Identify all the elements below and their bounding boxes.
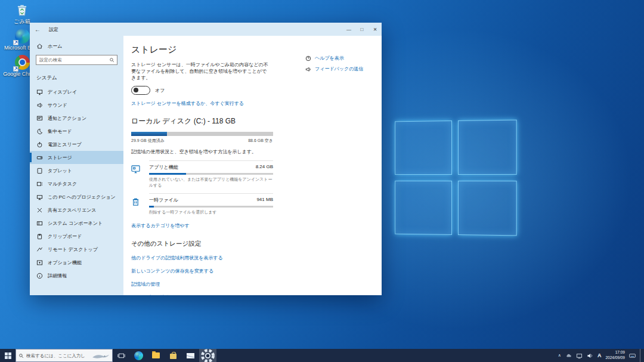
- settings-sidebar: ホーム システム ディスプレイ サウンド 通知とアクション 集中モード: [30, 36, 123, 295]
- category-bar: [149, 173, 273, 175]
- storage-sense-toggle[interactable]: [131, 86, 150, 95]
- sidebar-item-system-components[interactable]: システム コンポーネント: [30, 216, 123, 230]
- back-button[interactable]: ←: [35, 26, 45, 33]
- sidebar-item-about[interactable]: 詳細情報: [30, 269, 123, 282]
- send-feedback-link[interactable]: フィードバックの送信: [305, 66, 363, 72]
- search-icon: [18, 353, 24, 358]
- sidebar-item-storage[interactable]: ストレージ: [30, 151, 123, 164]
- disk-usage-bar: [131, 132, 273, 136]
- show-desktop-button[interactable]: [640, 349, 643, 362]
- task-view-icon: [117, 352, 125, 360]
- sidebar-item-clipboard[interactable]: クリップボード: [30, 230, 123, 243]
- category-name: 一時ファイル: [149, 197, 178, 203]
- display-icon: [36, 89, 43, 95]
- logo-pane: [395, 120, 452, 175]
- logo-pane: [458, 120, 517, 175]
- task-view-button[interactable]: [113, 349, 130, 362]
- volume-icon[interactable]: [587, 352, 593, 359]
- sidebar-item-display[interactable]: ディスプレイ: [30, 85, 123, 98]
- sidebar-item-label: 共有エクスペリエンス: [48, 207, 97, 214]
- storage-sense-description: ストレージ センサーは、一時ファイルやごみ箱の内容などの不要なファイルを削除して…: [131, 61, 270, 82]
- sidebar-item-remote-desktop[interactable]: リモート デスクトップ: [30, 243, 123, 256]
- sidebar-item-optional-features[interactable]: オプション機能: [30, 256, 123, 269]
- settings-window: ← 設定 — □ ✕ ホーム システム ディスプレイ サウンド: [30, 23, 382, 295]
- category-description: 削除する一時ファイルを選択します: [149, 210, 217, 214]
- window-titlebar: ← 設定 — □ ✕: [30, 23, 382, 36]
- sidebar-item-notifications[interactable]: 通知とアクション: [30, 112, 123, 125]
- taskbar-search[interactable]: [16, 349, 113, 362]
- taskbar-explorer-button[interactable]: [147, 349, 165, 362]
- sidebar-item-multitasking[interactable]: マルチタスク: [30, 177, 123, 190]
- send-feedback-label[interactable]: フィードバックの送信: [315, 66, 363, 72]
- windows-logo-wallpaper: [395, 120, 517, 236]
- category-description: 使用されていない、または不要なアプリと機能をアンインストールする: [149, 177, 272, 187]
- other-drives-usage-link[interactable]: 他のドライブの記憶域利用状況を表示する: [131, 255, 382, 261]
- settings-gear-icon: [199, 347, 216, 362]
- change-save-location-link[interactable]: 新しいコンテンツの保存先を変更する: [131, 268, 382, 274]
- get-help-link[interactable]: ヘルプを表示: [305, 55, 363, 61]
- category-bar: [149, 206, 273, 208]
- taskbar-search-input[interactable]: [26, 353, 86, 358]
- sidebar-item-sound[interactable]: サウンド: [30, 98, 123, 112]
- disk-usage-description: 記憶域の使用状況と、空き領域を増やす方法を示します。: [131, 148, 382, 155]
- start-button[interactable]: [0, 349, 16, 362]
- info-icon: [36, 273, 43, 279]
- file-explorer-icon: [152, 352, 160, 358]
- minimize-button[interactable]: —: [342, 23, 355, 36]
- edge-icon: [14, 29, 30, 44]
- hidden-icons-chevron[interactable]: ∧: [558, 353, 561, 358]
- recycle-bin-shortcut[interactable]: ごみ箱: [0, 2, 44, 25]
- taskbar-settings-button[interactable]: [199, 349, 216, 362]
- multitask-icon: [36, 181, 43, 187]
- sidebar-item-label: 詳細情報: [48, 273, 67, 279]
- category-row-apps[interactable]: アプリと機能 8.24 GB 使用されていない、または不要なアプリと機能をアンイ…: [131, 160, 273, 193]
- category-size: 8.24 GB: [256, 164, 273, 171]
- sidebar-item-projecting[interactable]: この PC へのプロジェクション: [30, 190, 123, 203]
- moon-icon: [36, 128, 43, 135]
- logo-pane: [458, 181, 517, 236]
- tablet-icon: [36, 168, 43, 174]
- get-help-label[interactable]: ヘルプを表示: [315, 55, 344, 61]
- search-highlight-icon[interactable]: [91, 352, 110, 362]
- sidebar-item-label: 集中モード: [48, 128, 72, 135]
- taskbar-mail-button[interactable]: [182, 349, 199, 362]
- onedrive-cloud-icon[interactable]: [565, 352, 572, 359]
- taskbar-store-button[interactable]: [165, 349, 182, 362]
- disk-used-label: 29.9 GB 使用済み: [131, 138, 165, 144]
- configure-storage-sense-link[interactable]: ストレージ センサーを構成するか、今すぐ実行する: [131, 100, 244, 107]
- sidebar-item-label: 電源とスリープ: [48, 141, 82, 148]
- touch-keyboard-icon[interactable]: [629, 352, 636, 359]
- sound-icon: [36, 102, 43, 109]
- show-more-categories-link[interactable]: 表示するカテゴリを増やす: [131, 222, 190, 229]
- sidebar-item-label: この PC へのプロジェクション: [48, 194, 116, 200]
- recycle-bin-icon: [14, 2, 30, 18]
- close-button[interactable]: ✕: [369, 23, 382, 36]
- disk-usage-bar-fill: [131, 132, 167, 136]
- sidebar-item-focus[interactable]: 集中モード: [30, 125, 123, 138]
- window-title: 設定: [49, 26, 58, 33]
- sidebar-section-label: システム: [30, 70, 123, 85]
- sidebar-item-tablet[interactable]: タブレット: [30, 164, 123, 177]
- network-icon[interactable]: [576, 352, 583, 359]
- manage-storage-spaces-link[interactable]: 記憶域の管理: [131, 281, 382, 287]
- microsoft-store-icon: [170, 354, 177, 359]
- clock-time: 17:09: [615, 350, 625, 354]
- category-size: 941 MB: [256, 197, 273, 203]
- taskbar: ∧ A 17:09 2024/09/09: [0, 349, 644, 362]
- remote-desktop-icon: [36, 246, 43, 253]
- ime-mode-indicator[interactable]: A: [597, 352, 602, 358]
- sidebar-item-shared-experiences[interactable]: 共有エクスペリエンス: [30, 203, 123, 216]
- temp-files-trash-icon: [131, 193, 149, 220]
- sidebar-item-power[interactable]: 電源とスリープ: [30, 138, 123, 151]
- help-links: ヘルプを表示 フィードバックの送信: [305, 55, 363, 72]
- taskbar-edge-button[interactable]: [130, 349, 147, 362]
- other-storage-settings-title: その他のストレージ設定: [131, 240, 382, 248]
- maximize-button[interactable]: □: [355, 23, 369, 36]
- optimize-drives-link[interactable]: ドライブの最適化: [131, 294, 382, 295]
- sidebar-item-home[interactable]: ホーム: [30, 39, 123, 52]
- settings-search-input[interactable]: [36, 55, 117, 65]
- sidebar-item-label: サウンド: [48, 102, 67, 109]
- sidebar-item-label: マルチタスク: [48, 181, 77, 187]
- category-row-temp-files[interactable]: 一時ファイル 941 MB 削除する一時ファイルを選択します: [131, 193, 273, 220]
- taskbar-clock[interactable]: 17:09 2024/09/09: [605, 350, 625, 361]
